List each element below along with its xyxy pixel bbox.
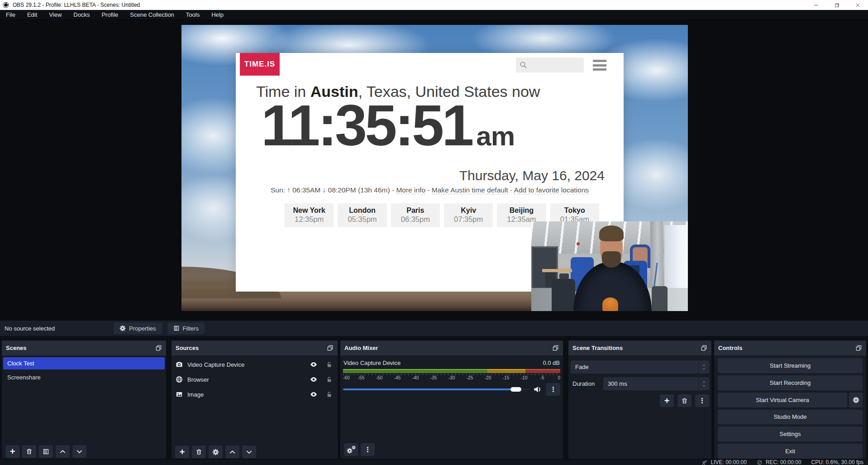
gear-icon — [212, 449, 219, 455]
no-source-selected-label: No source selected — [5, 325, 55, 332]
transitions-header[interactable]: Scene Transitions — [568, 340, 711, 355]
remove-source-button[interactable] — [192, 446, 206, 458]
city-london[interactable]: London05:35pm — [338, 203, 386, 227]
visibility-eye-icon[interactable] — [310, 360, 318, 369]
source-row-video-capture[interactable]: Video Capture Device — [172, 358, 338, 371]
popout-icon[interactable] — [155, 345, 162, 351]
live-status: LIVE: 00:00:00 — [701, 459, 746, 465]
menu-tools[interactable]: Tools — [180, 10, 205, 19]
scenes-panel: Scenes Clock Test Screenshare + — [2, 340, 166, 459]
menu-help[interactable]: Help — [205, 10, 229, 19]
city-paris[interactable]: Paris06:35pm — [391, 203, 440, 227]
meter-tick-labels: -60 -55 -50 -45 -40 -35 -30 -25 -20 -15 … — [343, 375, 560, 381]
webcam-source[interactable] — [531, 221, 688, 311]
move-scene-up-button[interactable] — [56, 445, 70, 458]
mixer-menu-button[interactable]: ⋮ — [361, 443, 375, 456]
menu-edit[interactable]: Edit — [21, 10, 43, 19]
city-kyiv[interactable]: Kyiv07:35pm — [444, 203, 493, 227]
hamburger-menu-icon[interactable] — [593, 60, 606, 71]
visibility-eye-icon[interactable] — [310, 375, 318, 384]
timeis-search-box[interactable] — [516, 58, 584, 72]
start-virtual-camera-button[interactable]: Start Virtual Camera — [718, 393, 847, 407]
restore-button[interactable] — [826, 0, 847, 10]
duration-spinbox[interactable]: 300 ms — [603, 377, 709, 390]
start-recording-button[interactable]: Start Recording — [718, 375, 863, 390]
move-source-down-button[interactable] — [242, 446, 256, 458]
menu-profile[interactable]: Profile — [95, 10, 124, 19]
program-canvas[interactable]: TIME.IS Time in Austin, Texas, United St… — [181, 25, 688, 311]
volume-meter — [343, 369, 560, 373]
add-source-button[interactable]: + — [175, 446, 189, 458]
scenes-panel-header[interactable]: Scenes — [2, 340, 166, 355]
move-source-up-button[interactable] — [225, 446, 239, 458]
properties-button[interactable]: Properties — [114, 322, 162, 334]
lock-icon[interactable] — [326, 361, 333, 368]
controls-title: Controls — [718, 345, 742, 351]
obs-logo-icon — [3, 2, 9, 8]
volume-slider-handle[interactable] — [510, 387, 521, 392]
chair-back-left — [552, 279, 575, 311]
gear-icon — [119, 325, 126, 331]
make-default-link[interactable]: Make Austin time default — [432, 186, 508, 194]
scene-filters-button[interactable] — [39, 445, 53, 458]
preview-area[interactable]: TIME.IS Time in Austin, Texas, United St… — [0, 19, 868, 321]
stream-inactive-icon — [701, 460, 707, 465]
audio-mixer-header[interactable]: Audio Mixer — [340, 340, 563, 355]
menu-file[interactable]: File — [0, 10, 21, 19]
chevron-down-icon — [702, 384, 706, 387]
popout-icon[interactable] — [701, 345, 707, 351]
more-info-link[interactable]: More info — [396, 186, 425, 194]
controls-header[interactable]: Controls — [714, 340, 866, 355]
remove-transition-button[interactable] — [677, 394, 692, 407]
popout-icon[interactable] — [327, 345, 334, 351]
sources-panel-header[interactable]: Sources — [172, 340, 338, 355]
select-spinner[interactable] — [698, 360, 709, 374]
close-button[interactable] — [847, 0, 868, 10]
duration-spinner[interactable] — [698, 377, 709, 390]
studio-mode-button[interactable]: Studio Mode — [718, 410, 863, 425]
transition-menu-button[interactable]: ⋮ — [695, 394, 709, 407]
visibility-eye-icon[interactable] — [310, 390, 318, 398]
double-gear-icon — [347, 446, 356, 454]
volume-slider[interactable] — [343, 384, 529, 395]
speaker-icon[interactable] — [533, 385, 542, 394]
mixer-options-button[interactable]: ⋮ — [546, 383, 560, 396]
add-favorite-link[interactable]: Add to favorite locations — [514, 186, 589, 194]
lock-icon[interactable] — [326, 376, 333, 383]
move-scene-down-button[interactable] — [72, 445, 86, 458]
source-row-browser[interactable]: Browser — [172, 373, 338, 386]
scene-item-screenshare[interactable]: Screenshare — [3, 371, 165, 384]
menu-view[interactable]: View — [43, 10, 67, 19]
transition-select[interactable]: Fade — [571, 360, 709, 374]
restore-icon — [835, 3, 839, 8]
source-properties-button[interactable] — [209, 446, 223, 458]
add-scene-button[interactable]: + — [5, 445, 19, 458]
popout-icon[interactable] — [855, 345, 862, 351]
person-head — [600, 229, 623, 266]
menubar: File Edit View Docks Profile Scene Colle… — [0, 10, 868, 19]
controls-panel: Controls Start Streaming Start Recording… — [714, 340, 866, 459]
trash-icon — [26, 448, 33, 455]
menu-docks[interactable]: Docks — [67, 10, 95, 19]
sun-times: Sun: ↑ 06:35AM ↓ 08:20PM (13h 46m) — [271, 186, 390, 194]
exit-button[interactable]: Exit — [718, 444, 863, 459]
scene-item-clock-test[interactable]: Clock Test — [3, 357, 165, 369]
add-transition-button[interactable]: + — [660, 394, 674, 407]
start-streaming-button[interactable]: Start Streaming — [718, 358, 863, 373]
timeis-logo[interactable]: TIME.IS — [240, 53, 280, 76]
city-newyork[interactable]: New York12:35pm — [285, 203, 334, 227]
sources-panel: Sources Video Capture Device Browser — [172, 340, 338, 459]
chair-back-right — [652, 286, 668, 311]
remove-scene-button[interactable] — [22, 445, 36, 458]
advanced-audio-button[interactable] — [344, 443, 358, 456]
virtual-camera-settings-button[interactable] — [849, 393, 863, 407]
settings-button[interactable]: Settings — [718, 427, 863, 441]
menu-scene-collection[interactable]: Scene Collection — [124, 10, 180, 19]
globe-icon — [176, 376, 183, 383]
minimize-button[interactable] — [806, 0, 826, 10]
popout-icon[interactable] — [552, 345, 559, 351]
lock-icon[interactable] — [326, 391, 333, 398]
source-row-image[interactable]: Image — [172, 388, 338, 401]
filters-button[interactable]: Filters — [167, 322, 205, 334]
chevron-down-icon — [702, 368, 706, 370]
